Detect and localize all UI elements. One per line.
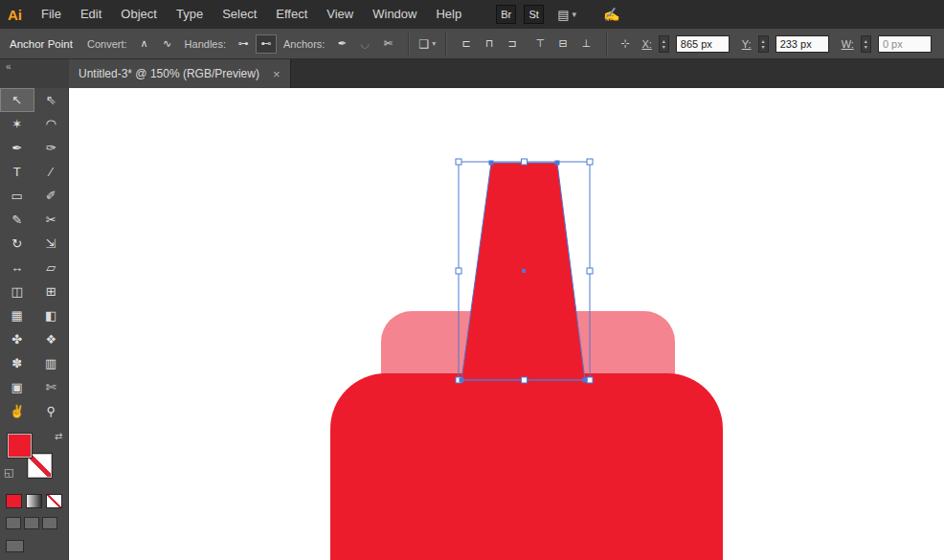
fill-swatch[interactable] xyxy=(7,433,33,459)
align-vertical-buttons: ⊤⊟⊥ xyxy=(529,34,596,54)
bounding-box-handle xyxy=(587,159,593,165)
app-logo[interactable]: Ai xyxy=(8,7,22,23)
menu-file[interactable]: File xyxy=(32,0,71,29)
anchors-label: Anchors: xyxy=(283,38,325,50)
menu-items: FileEditObjectTypeSelectEffectViewWindow… xyxy=(32,0,471,29)
paint-mode-row xyxy=(0,490,68,508)
workspace-icon: ▤ xyxy=(557,8,569,22)
canvas[interactable] xyxy=(69,88,944,560)
screen-mode-button[interactable] xyxy=(6,540,24,552)
swap-fill-stroke-icon[interactable]: ⇄ xyxy=(55,431,62,441)
hide-handles-button[interactable]: ⊷ xyxy=(256,34,277,54)
cut-path-button[interactable]: ✄ xyxy=(377,34,398,54)
menu-select[interactable]: Select xyxy=(213,0,266,29)
stock-button[interactable]: St xyxy=(524,5,544,24)
convert-label: Convert: xyxy=(87,38,127,50)
align-vertical-bottom-button[interactable]: ⊥ xyxy=(575,34,596,54)
show-handles-button[interactable]: ⊶ xyxy=(233,34,254,54)
y-input[interactable] xyxy=(775,35,829,53)
free-transform-tool[interactable]: ▱ xyxy=(34,256,69,280)
draw-behind-button[interactable] xyxy=(24,517,39,529)
y-stepper[interactable]: ▴ ▾ xyxy=(758,35,769,53)
eyedropper-tool[interactable]: ✤ xyxy=(0,327,34,351)
w-input[interactable] xyxy=(878,35,932,53)
convert-to-smooth-button[interactable]: ∿ xyxy=(157,34,178,54)
divider xyxy=(445,33,446,56)
default-fill-stroke-icon[interactable]: ◱ xyxy=(4,466,13,479)
remove-anchors-button[interactable]: ✒ xyxy=(331,34,352,54)
bounding-box-handle xyxy=(522,159,528,165)
x-label[interactable]: X: xyxy=(641,38,651,50)
gesture-icon[interactable]: ✍ xyxy=(603,7,619,22)
close-tab-icon[interactable]: × xyxy=(273,67,281,81)
pen-tool[interactable]: ✒ xyxy=(0,136,34,160)
stepper-down-icon: ▾ xyxy=(663,44,665,50)
workspace-switcher[interactable]: ▤ ▾ xyxy=(557,8,576,22)
align-vertical-top-button[interactable]: ⊤ xyxy=(529,34,551,54)
width-tool[interactable]: ↔ xyxy=(0,256,34,280)
menu-type[interactable]: Type xyxy=(167,0,213,29)
pencil-tool[interactable]: ✎ xyxy=(0,208,34,232)
chevron-down-icon: ▾ xyxy=(432,39,436,48)
perspective-grid-tool[interactable]: ⊞ xyxy=(34,280,69,303)
curvature-tool[interactable]: ✑ xyxy=(34,136,69,160)
tools-grid: ↖⇖✶◠✒✑T∕▭✐✎✂↻⇲↔▱◫⊞▦◧✤❖✽▥▣✄✌⚲ xyxy=(0,88,68,423)
rotate-tool[interactable]: ↻ xyxy=(0,232,34,256)
menu-object[interactable]: Object xyxy=(111,0,167,29)
mesh-tool[interactable]: ▦ xyxy=(0,303,34,327)
connect-anchors-button: ◡ xyxy=(354,34,375,54)
hand-tool[interactable]: ✌ xyxy=(0,399,34,423)
column-graph-tool[interactable]: ▥ xyxy=(34,351,69,375)
convert-buttons: ∧∿ xyxy=(134,34,178,54)
x-stepper[interactable]: ▴ ▾ xyxy=(659,35,669,53)
artboard-tool[interactable]: ▣ xyxy=(0,375,34,399)
magic-wand-tool[interactable]: ✶ xyxy=(0,112,34,136)
blend-tool[interactable]: ❖ xyxy=(34,327,69,351)
align-horizontal-left-button[interactable]: ⊏ xyxy=(456,34,477,54)
rectangle-tool[interactable]: ▭ xyxy=(0,184,34,208)
selection-tool[interactable]: ↖ xyxy=(0,88,34,112)
zoom-tool[interactable]: ⚲ xyxy=(34,399,69,423)
menu-window[interactable]: Window xyxy=(363,0,426,29)
w-label[interactable]: W: xyxy=(842,38,854,50)
menu-help[interactable]: Help xyxy=(426,0,471,29)
paintbrush-tool[interactable]: ✐ xyxy=(34,184,69,208)
color-button[interactable] xyxy=(6,494,22,508)
line-segment-tool[interactable]: ∕ xyxy=(34,160,69,184)
document-tab-bar: « Untitled-3* @ 150% (RGB/Preview) × xyxy=(0,59,944,88)
y-label[interactable]: Y: xyxy=(742,38,752,50)
lasso-tool[interactable]: ◠ xyxy=(34,112,69,136)
align-horizontal-buttons: ⊏⊓⊐ xyxy=(456,34,523,54)
direct-selection-tool[interactable]: ⇖ xyxy=(34,88,69,112)
scissors-tool[interactable]: ✂ xyxy=(34,208,69,232)
transform-reference-icon: ⊹ xyxy=(620,37,629,50)
convert-to-corner-button[interactable]: ∧ xyxy=(134,34,155,54)
symbol-sprayer-tool[interactable]: ✽ xyxy=(0,351,34,375)
slice-tool[interactable]: ✄ xyxy=(34,375,69,399)
gradient-button[interactable] xyxy=(26,494,42,508)
handles-label: Handles: xyxy=(185,38,226,50)
align-horizontal-right-button[interactable]: ⊐ xyxy=(502,34,523,54)
draw-normal-button[interactable] xyxy=(6,517,21,529)
document-tab[interactable]: Untitled-3* @ 150% (RGB/Preview) × xyxy=(69,59,291,88)
shape-builder-tool[interactable]: ◫ xyxy=(0,280,34,303)
panel-collapse[interactable]: « xyxy=(0,59,69,88)
bridge-button[interactable]: Br xyxy=(496,5,516,24)
draw-inside-button[interactable] xyxy=(42,517,57,529)
x-input[interactable] xyxy=(676,35,730,53)
menu-edit[interactable]: Edit xyxy=(71,0,111,29)
menu-view[interactable]: View xyxy=(317,0,363,29)
w-stepper[interactable]: ▴ ▾ xyxy=(861,35,871,53)
bottle-body-shape[interactable] xyxy=(330,373,723,560)
isolate-icon: ❑ xyxy=(418,37,429,51)
anchors-buttons: ✒◡✄ xyxy=(331,34,398,54)
menu-effect[interactable]: Effect xyxy=(266,0,317,29)
scale-tool[interactable]: ⇲ xyxy=(34,232,69,256)
none-button[interactable] xyxy=(46,494,62,508)
type-tool[interactable]: T xyxy=(0,160,34,184)
isolate-selection-button[interactable]: ❑ ▾ xyxy=(418,37,436,51)
align-horizontal-center-button[interactable]: ⊓ xyxy=(479,34,500,54)
bounding-box-handle xyxy=(456,159,461,165)
gradient-tool[interactable]: ◧ xyxy=(34,303,69,327)
align-vertical-center-button[interactable]: ⊟ xyxy=(552,34,573,54)
